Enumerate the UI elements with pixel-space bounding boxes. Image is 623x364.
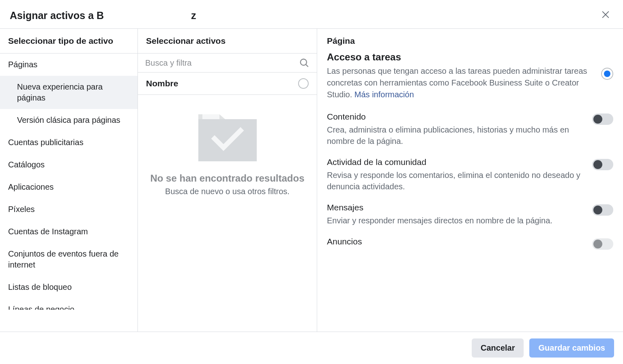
close-button[interactable] xyxy=(598,7,613,24)
cancel-button[interactable]: Cancelar xyxy=(472,338,524,358)
select-assets-panel: Seleccionar activos Nombre No se han enc… xyxy=(138,29,317,332)
permissions-panel: Página Acceso a tareas Las personas que … xyxy=(317,29,623,332)
task-messages-desc: Enviar y responder mensajes directos en … xyxy=(327,215,584,226)
asset-type-apps[interactable]: Aplicaciones xyxy=(0,176,137,198)
asset-type-header: Seleccionar tipo de activo xyxy=(0,29,137,54)
svg-rect-5 xyxy=(202,114,219,119)
asset-type-classic-pages[interactable]: Versión clásica para páginas xyxy=(0,109,137,131)
name-header-row: Nombre xyxy=(138,73,317,95)
asset-type-instagram[interactable]: Cuentas de Instagram xyxy=(0,221,137,243)
asset-type-panel: Seleccionar tipo de activo Páginas Nueva… xyxy=(0,29,138,332)
folder-empty-icon xyxy=(195,107,260,164)
task-messages-heading: Mensajes xyxy=(327,203,584,212)
close-icon xyxy=(601,10,610,19)
asset-type-catalogs[interactable]: Catálogos xyxy=(0,154,137,176)
svg-point-2 xyxy=(301,59,307,65)
search-icon xyxy=(299,58,309,68)
search-row xyxy=(138,54,317,73)
empty-state: No se han encontrado resultados Busca de… xyxy=(138,95,317,332)
task-access-radio[interactable] xyxy=(601,68,613,80)
asset-type-list: Páginas Nueva experiencia para páginas V… xyxy=(0,54,137,310)
task-community: Actividad de la comunidad Revisa y respo… xyxy=(327,157,613,192)
title-right: z xyxy=(191,10,196,21)
title-left: Asignar activos a B xyxy=(10,10,104,21)
task-community-desc: Revisa y responde los comentarios, elimi… xyxy=(327,169,584,192)
task-content: Contenido Crea, administra o elimina pub… xyxy=(327,112,613,147)
more-info-link[interactable]: Más información xyxy=(354,90,414,99)
asset-type-new-page-experience[interactable]: Nueva experiencia para páginas xyxy=(0,76,137,109)
no-results-subtitle: Busca de nuevo o usa otros filtros. xyxy=(153,187,302,196)
modal-body: Seleccionar tipo de activo Páginas Nueva… xyxy=(0,28,623,332)
asset-type-ad-accounts[interactable]: Cuentas publicitarias xyxy=(0,131,137,154)
task-access-block: Acceso a tareas Las personas que tengan … xyxy=(327,51,613,101)
task-ads: Anuncios xyxy=(327,237,613,250)
asset-type-business-lines[interactable]: Líneas de negocio xyxy=(0,298,137,310)
save-button[interactable]: Guardar cambios xyxy=(529,338,614,358)
task-content-desc: Crea, administra o elimina publicaciones… xyxy=(327,124,584,147)
task-ads-toggle[interactable] xyxy=(592,238,613,250)
task-messages-toggle[interactable] xyxy=(592,204,613,216)
radio-selected-indicator xyxy=(604,71,610,77)
select-assets-header: Seleccionar activos xyxy=(138,29,317,54)
modal-header: Asignar activos a B z xyxy=(0,0,623,28)
assign-assets-modal: Asignar activos a B z Seleccionar tipo d… xyxy=(0,0,623,364)
task-access-heading: Acceso a tareas xyxy=(327,51,593,63)
asset-type-block-lists[interactable]: Listas de bloqueo xyxy=(0,276,137,298)
task-content-heading: Contenido xyxy=(327,112,584,122)
asset-type-pixels[interactable]: Píxeles xyxy=(0,198,137,221)
asset-type-offline-events[interactable]: Conjuntos de eventos fuera de internet xyxy=(0,243,137,276)
task-ads-heading: Anuncios xyxy=(327,237,584,246)
task-messages: Mensajes Enviar y responder mensajes dir… xyxy=(327,203,613,226)
modal-title: Asignar activos a B z xyxy=(10,10,196,21)
svg-line-3 xyxy=(306,64,308,66)
name-column-label: Nombre xyxy=(146,79,178,88)
permission-section-title: Página xyxy=(327,36,613,46)
task-community-toggle[interactable] xyxy=(592,159,613,170)
modal-footer: Cancelar Guardar cambios xyxy=(0,332,623,364)
task-community-heading: Actividad de la comunidad xyxy=(327,157,584,167)
select-all-radio[interactable] xyxy=(298,78,309,89)
asset-type-pages[interactable]: Páginas xyxy=(0,54,137,76)
task-content-toggle[interactable] xyxy=(592,113,613,125)
search-input[interactable] xyxy=(145,58,299,68)
task-access-desc: Las personas que tengan acceso a las tar… xyxy=(327,65,593,101)
no-results-title: No se han encontrado resultados xyxy=(138,172,316,184)
task-access-text: Acceso a tareas Las personas que tengan … xyxy=(327,51,593,101)
